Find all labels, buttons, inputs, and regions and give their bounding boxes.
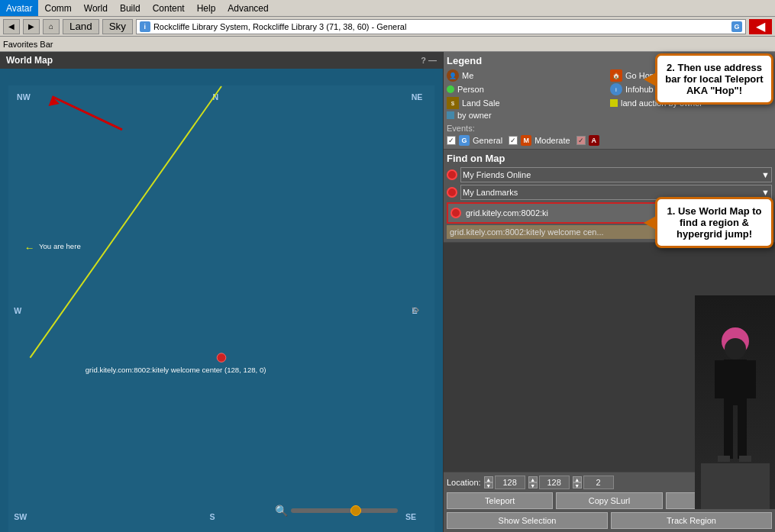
landmarks-radio[interactable]: [447, 187, 457, 198]
svg-rect-26: [718, 456, 730, 462]
svg-rect-18: [701, 463, 770, 509]
menu-world[interactable]: World: [78, 0, 114, 16]
menu-build[interactable]: Build: [114, 0, 147, 16]
x-up[interactable]: ▲: [484, 476, 493, 482]
menu-help[interactable]: Help: [191, 0, 222, 16]
z-up[interactable]: ▲: [573, 476, 582, 482]
main-content: World Map ? — NW N NE W E SW S SE: [0, 52, 775, 532]
svg-rect-1: [8, 85, 435, 532]
menu-content[interactable]: Content: [147, 0, 191, 16]
z-input-group: ▲ ▼: [573, 476, 614, 489]
legend-landsale: $ Land Sale: [447, 97, 609, 109]
x-down[interactable]: ▼: [484, 482, 493, 488]
y-down[interactable]: ▼: [528, 482, 538, 488]
friends-row: My Friends Online ▼: [447, 167, 772, 182]
legend-person-label: Person: [457, 85, 484, 94]
land-button[interactable]: Land: [63, 19, 99, 34]
track-region-button[interactable]: Track Region: [611, 512, 772, 529]
map-svg: NW N NE W E SW S SE You are here ←: [0, 85, 443, 532]
svg-rect-24: [724, 405, 733, 459]
world-map[interactable]: World Map ? — NW N NE W E SW S SE: [0, 52, 443, 532]
svg-text:W: W: [14, 306, 21, 315]
sky-button[interactable]: Sky: [102, 19, 133, 34]
friends-dropdown-icon: ▼: [761, 170, 770, 179]
svg-text:SE: SE: [405, 512, 416, 521]
callout-hop: 2. Then use address bar for local Telepo…: [655, 53, 773, 105]
forward-button[interactable]: ▶: [23, 19, 40, 34]
y-spinner[interactable]: ▲ ▼: [528, 476, 538, 488]
callout-worldmap: 1. Use World Map to find a region & hype…: [655, 197, 773, 248]
event-general[interactable]: ✓ G General: [447, 135, 502, 146]
z-down[interactable]: ▼: [573, 482, 582, 488]
event-moderate[interactable]: ✓ M Moderate: [509, 135, 570, 146]
copy-slurl-button[interactable]: Copy SLurl: [556, 492, 662, 509]
character-area: [695, 295, 775, 509]
find-radio[interactable]: [450, 208, 461, 218]
friends-select-label: My Friends Online: [463, 170, 531, 179]
adult-badge: A: [589, 135, 599, 146]
svg-text:grid.kitely.com:8002:kitely we: grid.kitely.com:8002:kitely welcome cent…: [86, 366, 266, 374]
events-section: Events: ✓ G General ✓ M Moderate ✓ A: [447, 123, 772, 146]
home-button[interactable]: ⌂: [43, 19, 60, 34]
map-area[interactable]: NW N NE W E SW S SE You are here ←: [0, 69, 443, 532]
land-byowner-color: [447, 111, 454, 119]
favorites-label: Favorites Bar: [3, 40, 53, 49]
menu-avatar[interactable]: Avatar: [0, 0, 38, 16]
nav-bar: ◀ ▶ ⌂ Land Sky i Rockcliffe Library Syst…: [0, 17, 775, 37]
adult-checkbox[interactable]: ✓: [576, 136, 586, 145]
friends-select[interactable]: My Friends Online ▼: [460, 167, 772, 182]
svg-rect-27: [739, 456, 751, 462]
moderate-checkbox[interactable]: ✓: [509, 136, 518, 145]
favorites-bar: Favorites Bar: [0, 37, 775, 52]
me-icon: 👤: [447, 69, 459, 82]
general-checkbox[interactable]: ✓: [447, 136, 456, 145]
svg-text:»: »: [412, 301, 420, 317]
x-input[interactable]: [495, 476, 525, 489]
friends-radio[interactable]: [447, 169, 457, 180]
svg-text:NW: NW: [17, 92, 31, 102]
nav-arrow-annotation: ◀: [749, 19, 772, 34]
landsale-icon: $: [447, 97, 459, 109]
general-label: General: [473, 136, 502, 145]
info-icon: i: [140, 21, 150, 32]
menu-advanced[interactable]: Advanced: [221, 0, 274, 16]
svg-rect-22: [715, 360, 724, 398]
back-button[interactable]: ◀: [3, 19, 20, 34]
svg-rect-21: [724, 360, 747, 405]
gohome-icon: 🏠: [610, 69, 622, 82]
z-input[interactable]: [583, 476, 614, 489]
z-spinner[interactable]: ▲ ▼: [573, 476, 582, 488]
events-label: Events:: [447, 124, 475, 133]
teleport-button[interactable]: Teleport: [447, 492, 553, 509]
address-bar[interactable]: i Rockcliffe Library System, Rockcliffe …: [136, 19, 746, 34]
y-input[interactable]: [539, 476, 570, 489]
zoom-thumb[interactable]: [350, 505, 361, 516]
general-badge: G: [459, 135, 470, 146]
find-title: Find on Map: [447, 153, 772, 164]
address-text: Rockcliffe Library System, Rockcliffe Li…: [153, 22, 407, 31]
zoom-control[interactable]: 🔍: [275, 505, 398, 517]
svg-text:←: ←: [24, 242, 34, 253]
person-dot: [447, 85, 454, 93]
landmarks-dropdown-icon: ▼: [761, 188, 770, 197]
event-adult[interactable]: ✓ A: [576, 135, 599, 146]
svg-rect-23: [747, 360, 756, 398]
y-up[interactable]: ▲: [528, 476, 538, 482]
character-svg: [701, 311, 770, 509]
legend-me: 👤 Me: [447, 69, 609, 82]
bottom-row: Show Selection Track Region: [447, 512, 772, 529]
y-input-group: ▲ ▼: [528, 476, 570, 489]
land-byowner-label: by owner: [457, 111, 492, 120]
svg-text:You are here: You are here: [39, 242, 81, 250]
show-selection-button[interactable]: Show Selection: [447, 512, 608, 529]
x-spinner[interactable]: ▲ ▼: [484, 476, 493, 488]
callout-worldmap-text: 1. Use World Map to find a region & hype…: [667, 205, 762, 240]
svg-point-20: [725, 338, 746, 360]
svg-text:NE: NE: [412, 92, 423, 102]
legend-me-label: Me: [462, 71, 473, 80]
menu-bar: Avatar Comm World Build Content Help Adv…: [0, 0, 775, 17]
menu-comm[interactable]: Comm: [38, 0, 77, 16]
location-label: Location:: [447, 478, 481, 487]
zoom-slider[interactable]: [291, 508, 398, 513]
moderate-label: Moderate: [534, 136, 570, 145]
